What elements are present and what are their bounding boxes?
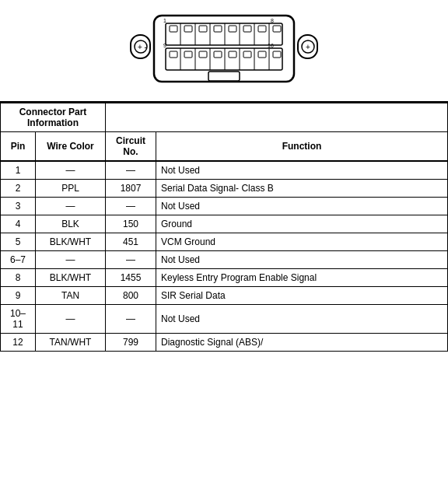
cell-wire-color: BLK [36, 215, 106, 233]
svg-rect-15 [229, 26, 236, 32]
cell-wire-color: — [36, 305, 106, 334]
cell-function: Not Used [156, 162, 448, 180]
cell-function: SIR Serial Data [156, 287, 448, 305]
svg-rect-34 [243, 51, 251, 58]
cell-wire-color: PPL [36, 180, 106, 198]
cell-function: Not Used [156, 305, 448, 334]
cell-function: Not Used [156, 251, 448, 269]
cell-function: Diagnostic Signal (ABS)/ [156, 334, 448, 352]
table-row: 10–11——Not Used [1, 305, 448, 334]
svg-rect-36 [273, 51, 281, 58]
cell-pin: 4 [1, 215, 36, 233]
cell-wire-color: TAN/WHT [36, 334, 106, 352]
cell-circuit-no: — [106, 305, 156, 334]
cell-function: Keyless Entry Program Enable Signal [156, 269, 448, 287]
cell-wire-color: — [36, 198, 106, 215]
header-pin: Pin [1, 132, 36, 161]
cell-function: Serial Data Signal- Class B [156, 180, 448, 198]
svg-text:8: 8 [271, 18, 274, 23]
header-wire-color: Wire Color [36, 132, 106, 161]
cell-wire-color: BLK/WHT [36, 269, 106, 287]
cell-circuit-no: 150 [106, 215, 156, 233]
table-row: 5BLK/WHT451VCM Ground [1, 233, 448, 251]
svg-rect-14 [214, 26, 222, 32]
table-row: 2PPL1807Serial Data Signal- Class B [1, 180, 448, 198]
connector-data-table: 1——Not Used2PPL1807Serial Data Signal- C… [0, 161, 448, 352]
table-row: 1——Not Used [1, 162, 448, 180]
connector-diagram: 1 8 9 16 [0, 0, 448, 103]
svg-text:9: 9 [163, 43, 166, 48]
connector-info-row: Connector Part Information [1, 103, 448, 132]
table-header-row: Pin Wire Color Circuit No. Function [1, 132, 448, 161]
table-row: 8BLK/WHT1455Keyless Entry Program Enable… [1, 269, 448, 287]
svg-text:+: + [306, 43, 310, 51]
svg-rect-30 [184, 51, 192, 58]
cell-circuit-no: 800 [106, 287, 156, 305]
cell-circuit-no: — [106, 162, 156, 180]
cell-pin: 6–7 [1, 251, 36, 269]
cell-pin: 5 [1, 233, 36, 251]
cell-pin: 8 [1, 269, 36, 287]
cell-wire-color: — [36, 251, 106, 269]
table-row: 4BLK150Ground [1, 215, 448, 233]
svg-rect-16 [243, 26, 251, 32]
cell-pin: 10–11 [1, 305, 36, 334]
connector-table: Connector Part Information Pin Wire Colo… [0, 103, 448, 161]
cell-circuit-no: 799 [106, 334, 156, 352]
header-function: Function [156, 132, 448, 161]
cell-function: Not Used [156, 198, 448, 215]
table-row: 6–7——Not Used [1, 251, 448, 269]
table-row: 3——Not Used [1, 198, 448, 215]
svg-rect-11 [170, 26, 177, 32]
cell-pin: 1 [1, 162, 36, 180]
cell-circuit-no: — [106, 251, 156, 269]
svg-rect-31 [199, 51, 207, 58]
cell-circuit-no: — [106, 198, 156, 215]
connector-info-label: Connector Part Information [1, 103, 106, 132]
cell-pin: 9 [1, 287, 36, 305]
svg-text:1: 1 [163, 18, 166, 23]
svg-rect-35 [258, 51, 266, 58]
cell-function: VCM Ground [156, 233, 448, 251]
svg-rect-17 [258, 26, 266, 32]
cell-pin: 12 [1, 334, 36, 352]
svg-rect-37 [208, 72, 240, 81]
cell-circuit-no: 1807 [106, 180, 156, 198]
table-row: 12TAN/WHT799Diagnostic Signal (ABS)/ [1, 334, 448, 352]
cell-pin: 3 [1, 198, 36, 215]
cell-function: Ground [156, 215, 448, 233]
cell-wire-color: — [36, 162, 106, 180]
svg-rect-13 [199, 26, 207, 32]
svg-text:+ -: + - [138, 43, 147, 51]
svg-text:16: 16 [268, 43, 274, 48]
svg-rect-32 [214, 51, 222, 58]
cell-pin: 2 [1, 180, 36, 198]
header-circuit-no: Circuit No. [106, 132, 156, 161]
svg-rect-12 [184, 26, 192, 32]
cell-circuit-no: 1455 [106, 269, 156, 287]
cell-circuit-no: 451 [106, 233, 156, 251]
cell-wire-color: TAN [36, 287, 106, 305]
table-row: 9TAN800SIR Serial Data [1, 287, 448, 305]
svg-rect-29 [170, 51, 177, 58]
cell-wire-color: BLK/WHT [36, 233, 106, 251]
svg-rect-18 [273, 26, 281, 32]
connector-svg: 1 8 9 16 [107, 8, 341, 93]
svg-rect-33 [229, 51, 236, 58]
